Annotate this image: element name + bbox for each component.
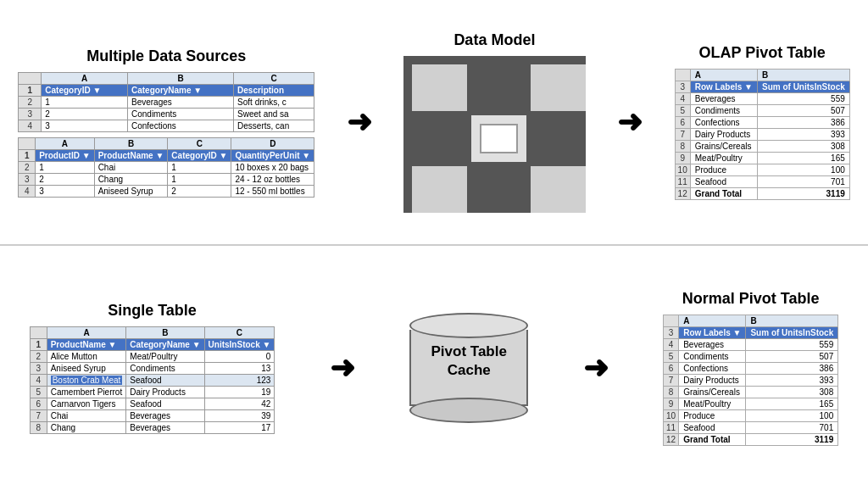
- arrow-left-top: ➜: [347, 104, 372, 140]
- olap-pivot-section: OLAP Pivot Table A B 3 Row Labels ▼ Sum …: [675, 44, 850, 200]
- table-row: 7 Dairy Products 393: [664, 375, 838, 387]
- single-table-section: Single Table A B C 1 ProductName ▼ Categ…: [30, 302, 275, 434]
- pivot-header-row: 3 Row Labels ▼ Sum of UnitsInStock: [664, 327, 838, 339]
- normal-pivot-table: A B 3 Row Labels ▼ Sum of UnitsInStock 4…: [663, 315, 838, 446]
- bottom-row: Single Table A B C 1 ProductName ▼ Categ…: [0, 246, 868, 490]
- table-row: 8 Chang Beverages 17: [30, 422, 275, 434]
- table-row: 3 2 Chang 1 24 - 12 oz bottles: [19, 173, 314, 185]
- top-row: Multiple Data Sources A B C 1: [0, 0, 868, 244]
- grand-total-row: 12 Grand Total 3119: [675, 188, 849, 200]
- categories-table: A B C 1 CategoryID ▼ CategoryName ▼ Desc…: [18, 72, 314, 132]
- table-row: 6 Confections 386: [675, 117, 849, 129]
- table-row: 3 Aniseed Syrup Condiments 13: [30, 363, 275, 375]
- table-row: 1 ProductName ▼ CategoryName ▼ UnitsInSt…: [30, 339, 275, 351]
- table-row: 5 Condiments 507: [675, 105, 849, 117]
- normal-pivot-section: Normal Pivot Table A B 3 Row Labels ▼ Su…: [663, 290, 838, 446]
- multiple-data-sources-title: Multiple Data Sources: [86, 47, 246, 65]
- dm-cell-ml: [412, 115, 467, 162]
- single-table-title: Single Table: [108, 302, 197, 320]
- table-row: 11 Seafood 701: [675, 176, 849, 188]
- cylinder-bottom: [409, 398, 528, 423]
- data-model-title: Data Model: [453, 31, 535, 49]
- table-row: 4 Boston Crab Meat Seafood 123: [30, 375, 275, 387]
- cylinder-top: [409, 313, 528, 338]
- table-row: 7 Dairy Products 393: [675, 129, 849, 141]
- single-table: A B C 1 ProductName ▼ CategoryName ▼ Uni…: [30, 326, 275, 434]
- dm-cell-bm: [471, 166, 526, 213]
- table-row: 4 3 Confections Desserts, can: [19, 120, 314, 131]
- table-row: 11 Seafood 701: [664, 422, 838, 434]
- table-row: 5 Camembert Pierrot Dairy Products 19: [30, 387, 275, 398]
- table-row: 9 Meat/Poultry 165: [675, 153, 849, 164]
- table-row: 9 Meat/Poultry 165: [664, 398, 838, 410]
- arrow-left-bottom: ➜: [330, 350, 355, 386]
- dm-inner-box: [480, 124, 518, 153]
- table-row: 10 Produce 100: [675, 164, 849, 176]
- pivot-header-row: 3 Row Labels ▼ Sum of UnitsInStock: [675, 81, 849, 93]
- dm-cell-bl: [412, 166, 467, 213]
- table-row: 2 1 Chai 1 10 boxes x 20 bags: [19, 161, 314, 173]
- table-row: 4 Beverages 559: [664, 339, 838, 351]
- dm-cell-tl: [412, 64, 467, 111]
- table-row: 1 ProductID ▼ ProductName ▼ CategoryID ▼…: [19, 149, 314, 161]
- table-row: 8 Grains/Cereals 308: [664, 387, 838, 398]
- arrow-right-top: ➜: [617, 104, 643, 140]
- table-row: 3 2 Condiments Sweet and sa: [19, 108, 314, 120]
- data-model-section: Data Model: [403, 31, 586, 213]
- olap-pivot-table: A B 3 Row Labels ▼ Sum of UnitsInStock 4…: [675, 69, 850, 200]
- dm-cell-br: [531, 166, 586, 213]
- multiple-data-sources-section: Multiple Data Sources A B C 1: [18, 47, 314, 198]
- table-row: 1 CategoryID ▼ CategoryName ▼ Descriptio…: [19, 84, 314, 96]
- data-model-diagram: [403, 56, 586, 213]
- pivot-cache-section: Pivot Table Cache: [409, 313, 528, 423]
- table-row: 6 Carnarvon Tigers Seafood 42: [30, 398, 275, 410]
- grand-total-row: 12 Grand Total 3119: [664, 434, 838, 446]
- cylinder-diagram: Pivot Table Cache: [409, 313, 528, 423]
- table-row: 2 Alice Mutton Meat/Poultry 0: [30, 351, 275, 363]
- table-row: 5 Condiments 507: [664, 351, 838, 363]
- olap-pivot-title: OLAP Pivot Table: [699, 44, 826, 62]
- cache-label: Pivot Table Cache: [409, 342, 528, 380]
- dm-cell-center: [471, 115, 526, 162]
- table-row: 7 Chai Beverages 39: [30, 410, 275, 422]
- table-row: 6 Confections 386: [664, 363, 838, 375]
- dm-cell-tm: [471, 64, 526, 111]
- table-row: 4 Beverages 559: [675, 93, 849, 105]
- table-row: 10 Produce 100: [664, 410, 838, 422]
- table-row: 4 3 Aniseed Syrup 2 12 - 550 ml bottles: [19, 185, 314, 197]
- table-row: 2 1 Beverages Soft drinks, c: [19, 96, 314, 108]
- dm-cell-mr: [531, 115, 586, 162]
- multi-tables: A B C 1 CategoryID ▼ CategoryName ▼ Desc…: [18, 72, 314, 198]
- main-container: Multiple Data Sources A B C 1: [0, 0, 868, 490]
- arrow-right-bottom: ➜: [583, 350, 609, 386]
- dm-cell-tr: [531, 64, 586, 111]
- products-table: A B C D 1 ProductID ▼ ProductName ▼ Cate…: [18, 137, 314, 198]
- normal-pivot-title: Normal Pivot Table: [682, 290, 820, 308]
- table-row: 8 Grains/Cereals 308: [675, 141, 849, 153]
